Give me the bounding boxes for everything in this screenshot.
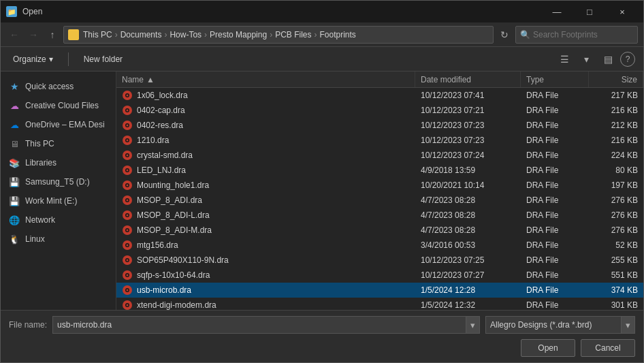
preview-button[interactable]: ▤ [598,50,617,68]
col-header-name[interactable]: Name ▲ [116,72,415,87]
breadcrumb-footprints[interactable]: Footprints [319,30,355,40]
sidebar-item-creative-cloud[interactable]: ☁ Creative Cloud Files [1,96,116,115]
sidebar-item-network[interactable]: 🌐 Network [1,210,116,230]
file-name-cell: Mounting_hole1.dra [116,180,415,191]
file-name-cell: xtend-digi-modem.dra [116,300,415,311]
file-date-cell: 10/12/2023 07:27 [415,270,521,280]
cancel-button[interactable]: Cancel [581,339,635,357]
table-row[interactable]: xtend-digi-modem.dra 1/5/2024 12:32 DRA … [116,298,643,310]
file-size-cell: 255 KB [589,255,643,265]
table-row[interactable]: sqfp-s-10x10-64.dra 10/12/2023 07:27 DRA… [116,268,643,283]
table-row[interactable]: MSOP_8_ADI-M.dra 4/7/2023 08:28 DRA File… [116,223,643,238]
table-row[interactable]: 0402-cap.dra 10/12/2023 07:21 DRA File 2… [116,103,643,118]
filetype-input[interactable] [485,316,622,334]
file-type-cell: DRA File [521,165,589,175]
forward-button[interactable]: → [25,27,42,43]
file-name-cell: mtg156.dra [116,240,415,251]
sidebar-item-linux[interactable]: 🐧 Linux [1,230,116,249]
svg-point-17 [127,169,129,171]
table-row[interactable]: 1x06_lock.dra 10/12/2023 07:41 DRA File … [116,88,643,103]
svg-point-29 [127,229,129,231]
col-header-size[interactable]: Size [589,72,643,87]
file-type-cell: DRA File [521,270,589,280]
sidebar-item-libraries[interactable]: 📚 Libraries [1,153,116,172]
linux-icon: 🐧 [9,234,20,244]
title-controls: — □ × [541,1,638,22]
table-row[interactable]: usb-microb.dra 1/5/2024 12:28 DRA File 3… [116,283,643,298]
dra-file-icon [122,165,133,176]
breadcrumb-presto[interactable]: Presto Mapping [210,30,267,40]
table-row[interactable]: crystal-smd.dra 10/12/2023 07:24 DRA Fil… [116,148,643,163]
search-box: 🔍 [515,26,638,44]
new-folder-button[interactable]: New folder [80,52,127,67]
svg-point-32 [127,244,129,246]
help-button[interactable]: ? [620,52,635,67]
breadcrumb-thispc[interactable]: This PC [83,30,112,40]
back-button[interactable]: ← [6,27,22,43]
filename-input-wrap: ▾ [52,316,480,334]
file-type-cell: DRA File [521,225,589,235]
file-date-cell: 4/7/2023 08:28 [415,210,521,220]
breadcrumb-documents[interactable]: Documents [120,30,162,40]
file-size-cell: 216 KB [589,106,643,115]
file-size-cell: 276 KB [589,225,643,235]
sidebar-item-work-mint[interactable]: 💾 Work Mint (E:) [1,191,116,210]
breadcrumb-howtos[interactable]: How-Tos [170,30,202,40]
file-type-cell: DRA File [521,151,589,160]
table-row[interactable]: MSOP_8_ADI-L.dra 4/7/2023 08:28 DRA File… [116,208,643,223]
file-date-cell: 3/4/2016 00:53 [415,240,521,250]
filename-input[interactable] [52,316,466,334]
file-type-cell: DRA File [521,136,589,145]
organize-button[interactable]: Organize ▾ [9,52,57,67]
dra-file-icon [122,210,133,221]
dra-file-icon [122,180,133,191]
sidebar-item-this-pc[interactable]: 🖥 This PC [1,134,116,153]
view-list-button[interactable]: ☰ [555,50,574,68]
file-size-cell: 80 KB [589,165,643,175]
toolbar: Organize ▾ New folder ☰ ▾ ▤ ? [1,47,643,72]
file-date-cell: 10/12/2023 07:23 [415,121,521,130]
sidebar-item-onedrive[interactable]: ☁ OneDrive – EMA Desi [1,115,116,134]
toolbar-right: ☰ ▾ ▤ ? [555,50,635,68]
svg-point-26 [127,214,129,216]
table-row[interactable]: mtg156.dra 3/4/2016 00:53 DRA File 52 KB [116,238,643,253]
filetype-dropdown-button[interactable]: ▾ [622,316,635,334]
table-row[interactable]: SOP65P490X110-9N.dra 10/12/2023 07:25 DR… [116,253,643,268]
close-button[interactable]: × [607,1,638,22]
file-type-cell: DRA File [521,106,589,115]
filename-dropdown-button[interactable]: ▾ [466,316,480,334]
file-name-cell: 1210.dra [116,135,415,146]
sort-icon: ▲ [146,75,155,84]
file-name-cell: 1x06_lock.dra [116,90,415,101]
minimize-button[interactable]: — [541,1,573,22]
file-date-cell: 1/5/2024 12:28 [415,285,521,295]
maximize-button[interactable]: □ [574,1,605,22]
table-row[interactable]: MSOP_8_ADI.dra 4/7/2023 08:28 DRA File 2… [116,193,643,208]
search-input[interactable] [533,30,635,40]
file-size-cell: 374 KB [589,285,643,295]
file-name-cell: sqfp-s-10x10-64.dra [116,270,415,281]
file-list-container: Name ▲ Date modified Type Size [116,72,643,310]
file-type-cell: DRA File [521,91,589,100]
breadcrumb[interactable]: This PC › Documents › How-Tos › Presto M… [63,26,494,44]
sidebar-item-quick-access[interactable]: ★ Quick access [1,77,116,96]
view-dropdown-button[interactable]: ▾ [577,50,596,68]
table-row[interactable]: LED_LNJ.dra 4/9/2018 13:59 DRA File 80 K… [116,163,643,178]
sidebar-item-samsung[interactable]: 💾 Samsung_T5 (D:) [1,172,116,191]
refresh-button[interactable]: ↻ [496,27,513,43]
table-row[interactable]: 1210.dra 10/12/2023 07:23 DRA File 216 K… [116,133,643,148]
breadcrumb-pcb[interactable]: PCB Files [275,30,311,40]
table-row[interactable]: Mounting_hole1.dra 10/20/2021 10:14 DRA … [116,178,643,193]
col-header-type[interactable]: Type [521,72,589,87]
toolbar-separator [68,52,69,66]
open-button[interactable]: Open [521,339,575,357]
col-header-date[interactable]: Date modified [415,72,521,87]
dra-file-icon [122,225,133,236]
file-date-cell: 10/12/2023 07:24 [415,151,521,160]
up-button[interactable]: ↑ [44,27,61,43]
svg-point-20 [127,184,129,186]
file-name-cell: usb-microb.dra [116,285,415,296]
sidebar-label-quick-access: Quick access [25,82,74,91]
table-row[interactable]: 0402-res.dra 10/12/2023 07:23 DRA File 2… [116,118,643,133]
file-list: 1x06_lock.dra 10/12/2023 07:41 DRA File … [116,88,643,310]
